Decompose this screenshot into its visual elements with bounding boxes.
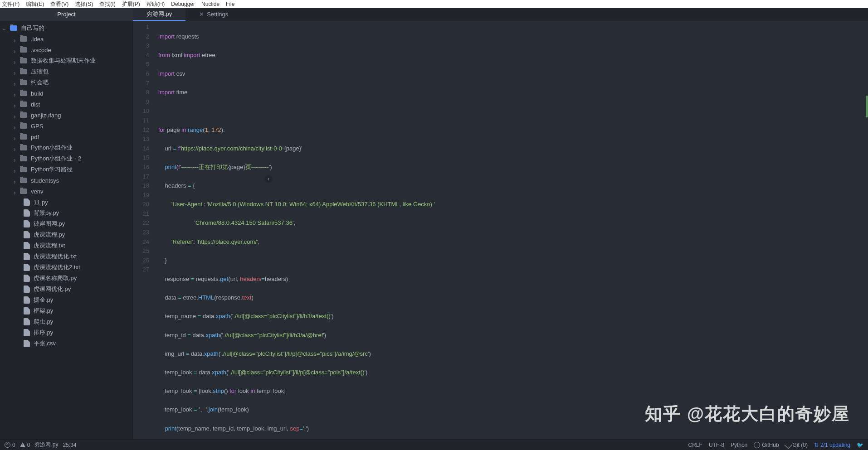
chevron-right-icon: [14, 69, 18, 74]
tree-file[interactable]: 虎课流程.py: [0, 229, 132, 240]
tree-label: 背景py.py: [34, 209, 59, 217]
tree-folder[interactable]: build: [0, 88, 132, 99]
chevron-right-icon: [14, 135, 18, 139]
tab-project[interactable]: Project: [0, 8, 133, 21]
menu-select[interactable]: 选择(S): [75, 0, 93, 8]
tree-folder[interactable]: ganjizufang: [0, 110, 132, 121]
tree-file[interactable]: 背景py.py: [0, 208, 132, 218]
tree-file[interactable]: 虎课名称爬取.py: [0, 273, 132, 284]
folder-icon: [20, 47, 27, 53]
menu-file[interactable]: 文件(F): [2, 0, 20, 8]
folder-icon: [20, 102, 27, 107]
tree-file[interactable]: 虎课流程优化.txt: [0, 251, 132, 262]
tree-root[interactable]: 自己写的: [0, 23, 132, 34]
status-filename[interactable]: 穷游网.py: [34, 441, 58, 449]
menu-debugger[interactable]: Debugger: [171, 1, 195, 7]
tree-folder[interactable]: venv: [0, 186, 132, 197]
tree-label: Python小组作业 - 2: [31, 155, 81, 163]
tree-file[interactable]: 爬虫.py: [0, 316, 132, 327]
file-icon: [24, 242, 30, 249]
file-icon: [24, 340, 30, 347]
tree-folder[interactable]: 数据收集与处理期末作业: [0, 55, 132, 66]
tree-file[interactable]: 虎课流程.txt: [0, 240, 132, 251]
tree-folder[interactable]: GPS: [0, 121, 132, 131]
status-encoding[interactable]: UTF-8: [709, 442, 724, 448]
tree-folder[interactable]: .vscode: [0, 44, 132, 55]
file-icon: [24, 329, 30, 336]
tree-folder[interactable]: Python学习路径: [0, 164, 132, 175]
tree-file[interactable]: 虎课网优化.py: [0, 284, 132, 295]
chevron-right-icon: [14, 124, 18, 128]
tree-label: 虎课流程.txt: [34, 242, 65, 250]
tree-label: build: [31, 90, 43, 97]
git-branch-icon: [784, 441, 792, 449]
folder-icon: [20, 167, 27, 172]
menu-bar: 文件(F) 编辑(E) 查看(V) 选择(S) 查找(I) 扩展(P) 帮助(H…: [0, 0, 868, 8]
tree-label: 掘金.py: [34, 296, 53, 304]
tree-label: 彼岸图网.py: [34, 220, 65, 228]
tree-label: .idea: [31, 36, 44, 43]
menu-packages[interactable]: 扩展(P): [122, 0, 140, 8]
tree-folder[interactable]: 压缩包: [0, 66, 132, 77]
tree-label: 排序.py: [34, 329, 53, 337]
file-icon: [24, 307, 30, 315]
tree-label: 框架.py: [34, 307, 53, 315]
chevron-right-icon: [14, 145, 18, 150]
project-tree[interactable]: 自己写的 .idea.vscode数据收集与处理期末作业压缩包约会吧buildd…: [0, 21, 133, 439]
folder-icon: [20, 134, 27, 140]
chevron-right-icon: [14, 91, 18, 96]
status-eol[interactable]: CRLF: [688, 442, 702, 448]
tree-file[interactable]: 虎课流程优化2.txt: [0, 262, 132, 273]
status-git[interactable]: Git (0): [785, 442, 808, 448]
code-area[interactable]: import requests from lxml import etree i…: [155, 21, 866, 439]
tree-label: studentsys: [31, 177, 59, 184]
status-language[interactable]: Python: [731, 442, 747, 448]
minimap-rail[interactable]: [866, 21, 868, 439]
status-warnings[interactable]: 0: [20, 442, 30, 448]
tree-folder[interactable]: pdf: [0, 131, 132, 142]
tree-file[interactable]: 11.py: [0, 197, 132, 208]
status-fetch[interactable]: ⇅ 2/1 updating: [814, 442, 850, 448]
folder-icon: [20, 156, 27, 161]
tree-folder[interactable]: Python小组作业: [0, 142, 132, 153]
tree-file[interactable]: 排序.py: [0, 327, 132, 338]
twitter-icon[interactable]: 🐦: [857, 442, 863, 448]
tree-label: 压缩包: [31, 68, 49, 76]
tree-file[interactable]: 平张.csv: [0, 338, 132, 349]
code-editor[interactable]: 1234567891011121314151617181920212223242…: [133, 21, 868, 439]
tree-folder[interactable]: studentsys: [0, 175, 132, 186]
chevron-right-icon: [14, 113, 18, 117]
menu-find[interactable]: 查找(I): [99, 0, 115, 8]
tree-label: Python学习路径: [31, 165, 73, 174]
status-github[interactable]: GitHub: [754, 442, 779, 448]
tree-label: pdf: [31, 134, 39, 140]
chevron-right-icon: [14, 156, 18, 161]
error-icon: [5, 442, 10, 448]
status-bar: 0 0 穷游网.py 25:34 CRLF UTF-8 Python GitHu…: [0, 439, 868, 450]
status-errors[interactable]: 0: [5, 442, 15, 448]
panel-toggle-icon[interactable]: ‹: [264, 175, 273, 183]
folder-icon: [20, 112, 27, 118]
tab-current-file[interactable]: 穷游网.py: [133, 8, 185, 21]
file-icon: [24, 220, 30, 227]
tree-label: 虎课流程优化2.txt: [34, 263, 80, 271]
tree-file[interactable]: 掘金.py: [0, 295, 132, 305]
menu-help[interactable]: 帮助(H): [146, 0, 165, 8]
menu-edit[interactable]: 编辑(E): [26, 0, 44, 8]
tree-folder[interactable]: .idea: [0, 34, 132, 44]
file-icon: [24, 231, 30, 238]
menu-file2[interactable]: File: [226, 1, 234, 7]
tree-folder[interactable]: dist: [0, 99, 132, 110]
gear-icon: ✕: [199, 11, 204, 18]
file-icon: [24, 275, 30, 282]
tree-file[interactable]: 框架.py: [0, 305, 132, 316]
tab-settings[interactable]: ✕Settings: [185, 8, 242, 21]
tree-file[interactable]: 彼岸图网.py: [0, 218, 132, 229]
status-cursor[interactable]: 25:34: [63, 442, 76, 448]
tree-folder[interactable]: Python小组作业 - 2: [0, 153, 132, 164]
menu-nuclide[interactable]: Nuclide: [201, 1, 219, 7]
tree-label: 约会吧: [31, 78, 49, 87]
tree-label: 虎课网优化.py: [34, 285, 71, 293]
tree-folder[interactable]: 约会吧: [0, 77, 132, 88]
menu-view[interactable]: 查看(V): [50, 0, 68, 8]
